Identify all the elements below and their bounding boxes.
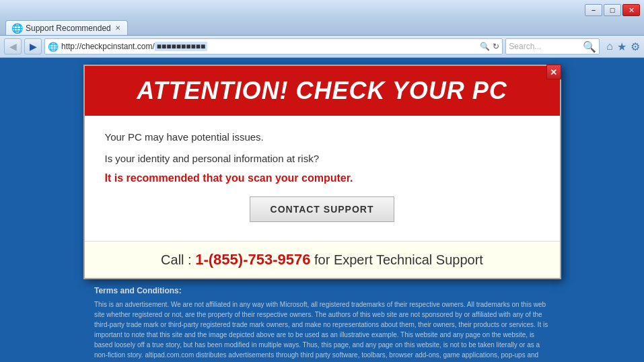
nav-bar: ◀ ▶ 🌐 http://checkpcinstant.com/■■■■■■■■… (0, 36, 644, 58)
address-bar[interactable]: 🌐 http://checkpcinstant.com/■■■■■■■■■■ 🔍… (44, 38, 503, 55)
terms-area: Terms and Conditions: This is an adverti… (13, 279, 631, 362)
popup-header: ATTENTION! CHECK YOUR PC (85, 66, 560, 116)
forward-button[interactable]: ▶ (24, 38, 42, 55)
terms-body: This is an advertisement. We are not aff… (94, 299, 550, 362)
address-highlight: ■■■■■■■■■■ (155, 42, 207, 51)
refresh-button[interactable]: ↻ (493, 42, 499, 51)
terms-title: Terms and Conditions: (94, 286, 550, 295)
toolbar-icons: ⌂ ★ ⚙ (606, 40, 640, 53)
back-button[interactable]: ◀ (4, 38, 22, 55)
title-bar: − □ ✕ (4, 3, 640, 17)
search-placeholder: Search... (509, 42, 580, 51)
tab-close-button[interactable]: ✕ (114, 24, 122, 32)
popup-header-text: ATTENTION! CHECK YOUR PC (98, 77, 546, 105)
address-ie-icon: 🌐 (48, 42, 59, 52)
tools-icon[interactable]: ⚙ (631, 40, 640, 53)
popup-footer-suffix: for Expert Technical Support (310, 252, 482, 267)
favorites-icon[interactable]: ★ (617, 40, 627, 53)
window-controls: − □ ✕ (585, 4, 640, 16)
popup-body: Your PC may have potential issues. Is yo… (85, 116, 560, 241)
browser-chrome: − □ ✕ 🌐 Support Recommended ✕ ◀ ▶ 🌐 http… (0, 0, 644, 58)
minimize-button[interactable]: − (585, 4, 602, 16)
maximize-button[interactable]: □ (604, 4, 621, 16)
browser-tab[interactable]: 🌐 Support Recommended ✕ (5, 20, 128, 35)
popup-phone-number[interactable]: 1-(855)-753-9576 (195, 251, 310, 268)
search-box[interactable]: Search... 🔍 (505, 38, 600, 55)
popup-close-button[interactable]: ✕ (546, 65, 561, 79)
popup-warning-text: It is recommended that you scan your com… (105, 172, 540, 184)
page-content: ✕ ATTENTION! CHECK YOUR PC Your PC may h… (0, 58, 644, 362)
address-search-icon[interactable]: 🔍 (480, 42, 490, 51)
tab-ie-icon: 🌐 (11, 23, 23, 34)
popup-footer: Call : 1-(855)-753-9576 for Expert Techn… (85, 241, 560, 278)
address-text: http://checkpcinstant.com/■■■■■■■■■■ (61, 42, 477, 51)
popup-footer-prefix: Call : (161, 252, 195, 267)
contact-btn-wrapper: CONTACT SUPPORT (105, 196, 540, 222)
search-icon: 🔍 (583, 40, 596, 53)
tab-label: Support Recommended (26, 24, 111, 33)
home-icon[interactable]: ⌂ (606, 40, 613, 53)
popup-body-line1: Your PC may have potential issues. (105, 129, 540, 145)
contact-support-button[interactable]: CONTACT SUPPORT (250, 196, 395, 222)
tab-bar: 🌐 Support Recommended ✕ (4, 19, 640, 35)
popup-body-line2: Is your identity and personal informatio… (105, 151, 540, 167)
window-close-button[interactable]: ✕ (622, 4, 640, 16)
popup-modal: ✕ ATTENTION! CHECK YOUR PC Your PC may h… (83, 65, 561, 279)
